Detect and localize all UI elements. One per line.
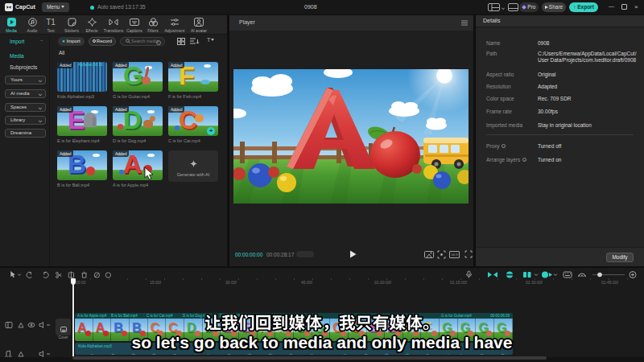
svg-text:T1: T1 xyxy=(46,18,56,27)
